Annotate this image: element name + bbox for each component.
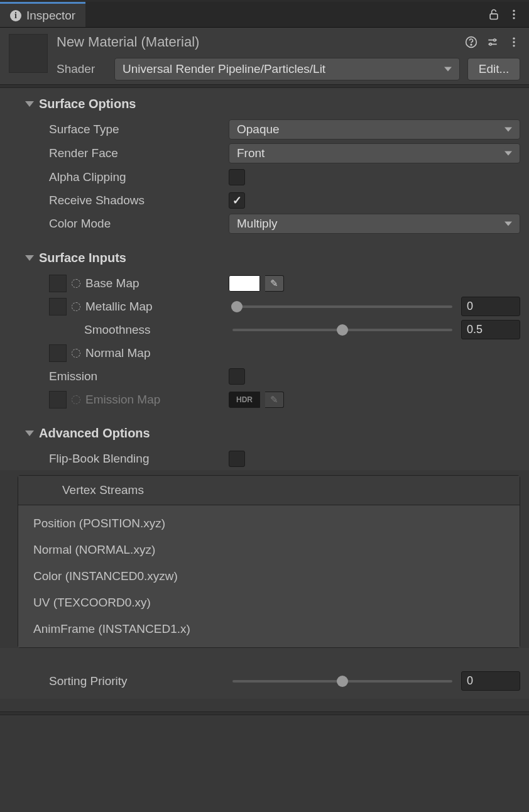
vertex-stream-item[interactable]: Color (INSTANCED0.xyzw) <box>18 563 520 590</box>
edit-button[interactable]: Edit... <box>467 58 520 80</box>
svg-rect-0 <box>490 14 498 19</box>
inspector-tab[interactable]: i Inspector <box>0 2 85 27</box>
smoothness-field[interactable]: 0.5 <box>461 320 520 339</box>
smoothness-slider[interactable] <box>232 329 452 331</box>
material-header: New Material (Material) Shader Universal… <box>0 28 529 84</box>
emission-label: Emission <box>9 370 229 383</box>
emission-hdr-swatch: HDR <box>229 392 260 408</box>
vertex-stream-item[interactable]: Normal (NORMAL.xyz) <box>18 537 520 563</box>
object-picker-icon[interactable] <box>72 302 80 311</box>
shader-dropdown[interactable]: Universal Render Pipeline/Particles/Lit <box>114 58 460 80</box>
info-icon: i <box>10 10 21 21</box>
object-picker-icon <box>72 395 80 404</box>
surface-options-section: Surface Options Surface Type Opaque Rend… <box>0 88 529 242</box>
surface-inputs-section: Surface Inputs Base Map ✎ Metallic Map 0… <box>0 242 529 417</box>
render-face-dropdown[interactable]: Front <box>229 143 520 163</box>
emission-map-label: Emission Map <box>9 391 229 409</box>
svg-point-9 <box>513 41 515 43</box>
base-map-texture-slot[interactable] <box>49 275 67 292</box>
emission-map-texture-slot <box>49 391 67 409</box>
svg-point-1 <box>513 10 515 12</box>
svg-point-10 <box>513 45 515 47</box>
surface-type-label: Surface Type <box>9 123 229 136</box>
svg-point-5 <box>471 44 472 45</box>
base-map-label: Base Map <box>9 275 229 292</box>
vertex-streams-list: Position (POSITION.xyz) Normal (NORMAL.x… <box>18 505 520 647</box>
advanced-options-section: Advanced Options Flip-Book Blending <box>0 417 529 470</box>
lock-icon[interactable] <box>488 8 500 21</box>
render-face-label: Render Face <box>9 146 229 160</box>
settings-sliders-icon[interactable] <box>486 36 499 48</box>
sorting-section: Sorting Priority 0 <box>0 648 529 699</box>
alpha-clipping-checkbox[interactable] <box>229 169 245 185</box>
divider <box>0 711 529 715</box>
tab-bar: i Inspector <box>0 2 529 28</box>
vertex-stream-item[interactable]: Position (POSITION.xyz) <box>18 510 520 537</box>
metallic-map-label: Metallic Map <box>9 298 229 315</box>
svg-point-2 <box>513 13 515 15</box>
vertex-streams-header[interactable]: Vertex Streams <box>18 476 520 505</box>
object-picker-icon[interactable] <box>72 349 80 358</box>
vertex-streams-box: Vertex Streams Position (POSITION.xyz) N… <box>18 475 520 648</box>
foldout-icon <box>25 255 34 261</box>
eyedropper-button[interactable]: ✎ <box>265 275 284 292</box>
metallic-slider[interactable] <box>232 305 452 308</box>
color-mode-label: Color Mode <box>9 217 229 231</box>
surface-inputs-header[interactable]: Surface Inputs <box>9 251 520 265</box>
material-preview-thumbnail[interactable] <box>9 34 48 73</box>
help-icon[interactable] <box>465 36 477 48</box>
emission-checkbox[interactable] <box>229 368 245 385</box>
svg-point-6 <box>494 39 496 41</box>
object-picker-icon[interactable] <box>72 279 80 288</box>
alpha-clipping-label: Alpha Clipping <box>9 170 229 184</box>
sorting-priority-field[interactable]: 0 <box>461 671 520 691</box>
sorting-priority-slider[interactable] <box>232 680 452 683</box>
base-map-color-swatch[interactable] <box>229 275 260 292</box>
svg-point-7 <box>489 43 491 45</box>
vertex-stream-item[interactable]: AnimFrame (INSTANCED1.x) <box>18 616 520 642</box>
advanced-options-header[interactable]: Advanced Options <box>9 426 520 441</box>
kebab-menu-icon[interactable] <box>508 8 520 21</box>
vertex-stream-item[interactable]: UV (TEXCOORD0.xy) <box>18 590 520 616</box>
flipbook-checkbox[interactable] <box>229 451 245 467</box>
metallic-map-texture-slot[interactable] <box>49 298 67 315</box>
foldout-icon <box>25 101 34 107</box>
receive-shadows-checkbox[interactable] <box>229 192 245 209</box>
tab-label: Inspector <box>26 9 75 23</box>
sorting-priority-label: Sorting Priority <box>9 674 229 688</box>
receive-shadows-label: Receive Shadows <box>9 194 229 207</box>
smoothness-label: Smoothness <box>9 323 229 337</box>
foldout-icon <box>25 431 34 436</box>
normal-map-label: Normal Map <box>9 344 229 362</box>
shader-label: Shader <box>57 62 107 76</box>
metallic-field[interactable]: 0 <box>461 297 520 316</box>
material-title: New Material (Material) <box>57 34 199 50</box>
surface-type-dropdown[interactable]: Opaque <box>229 119 520 140</box>
color-mode-dropdown[interactable]: Multiply <box>229 214 520 234</box>
kebab-menu-icon[interactable] <box>508 36 520 48</box>
flipbook-label: Flip-Book Blending <box>9 452 229 466</box>
svg-point-3 <box>513 17 515 19</box>
eyedropper-button: ✎ <box>265 392 284 408</box>
surface-options-header[interactable]: Surface Options <box>9 97 520 111</box>
svg-point-8 <box>513 38 515 40</box>
normal-map-texture-slot[interactable] <box>49 344 67 362</box>
